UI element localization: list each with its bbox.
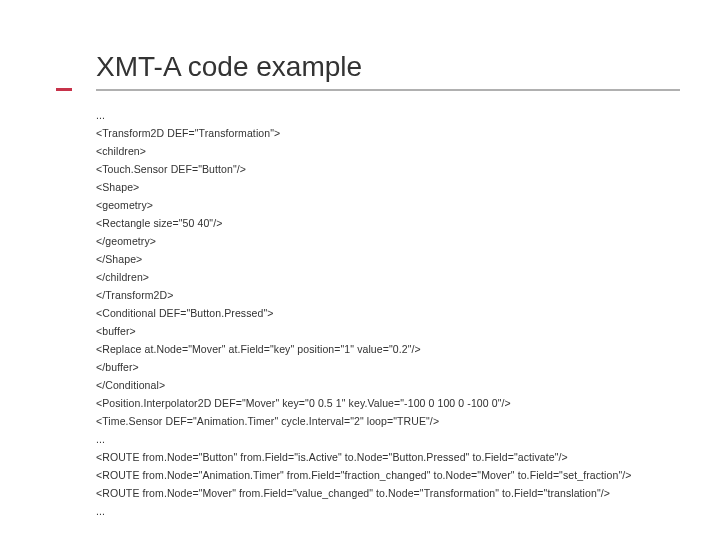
code-line: <Time.Sensor DEF="Animation.Timer" cycle… — [96, 412, 706, 430]
code-line: <ROUTE from.Node="Button" from.Field="is… — [96, 448, 706, 466]
code-line: <Conditional DEF="Button.Pressed"> — [96, 304, 706, 322]
code-line: <buffer> — [96, 322, 706, 340]
code-line: <children> — [96, 142, 706, 160]
title-underline — [96, 89, 680, 91]
code-line: </Transform2D> — [96, 286, 706, 304]
code-line: </geometry> — [96, 232, 706, 250]
accent-bar — [56, 88, 72, 91]
code-line: ... — [96, 502, 706, 520]
code-line: <ROUTE from.Node="Mover" from.Field="val… — [96, 484, 706, 502]
code-line: </Shape> — [96, 250, 706, 268]
page-title: XMT-A code example — [96, 52, 680, 83]
code-line: <Touch.Sensor DEF="Button"/> — [96, 160, 706, 178]
code-line: ... — [96, 106, 706, 124]
code-line: <Transform2D DEF="Transformation"> — [96, 124, 706, 142]
slide: XMT-A code example ...<Transform2D DEF="… — [0, 0, 720, 540]
code-block: ...<Transform2D DEF="Transformation"><ch… — [96, 106, 706, 530]
code-line: <Replace at.Node="Mover" at.Field="key" … — [96, 340, 706, 358]
code-line: <Position.Interpolator2D DEF="Mover" key… — [96, 394, 706, 412]
code-line: <Shape> — [96, 178, 706, 196]
code-line: <geometry> — [96, 196, 706, 214]
code-line: </children> — [96, 268, 706, 286]
code-line: ... — [96, 430, 706, 448]
code-line: <Rectangle size="50 40"/> — [96, 214, 706, 232]
code-line: </Conditional> — [96, 376, 706, 394]
code-line: <ROUTE from.Node="Animation.Timer" from.… — [96, 466, 706, 484]
title-container: XMT-A code example — [96, 52, 680, 91]
code-line: </buffer> — [96, 358, 706, 376]
